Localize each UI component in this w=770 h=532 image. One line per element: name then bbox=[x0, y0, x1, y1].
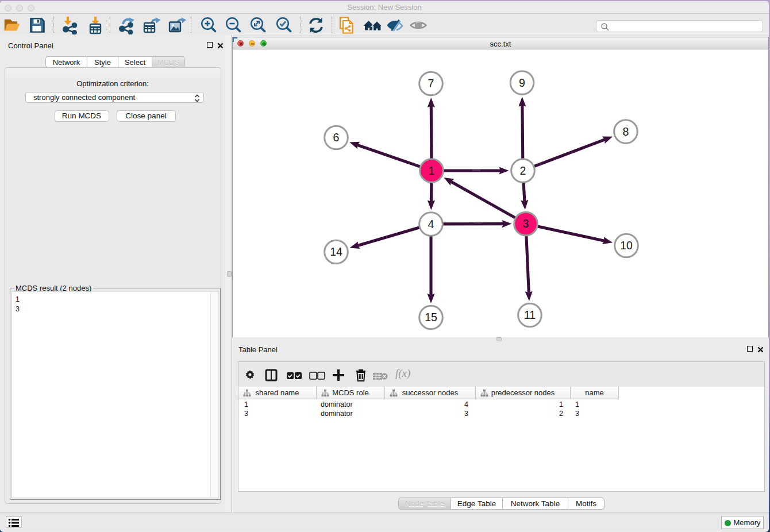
svg-text:2: 2 bbox=[520, 164, 526, 177]
svg-text:4: 4 bbox=[428, 218, 434, 230]
svg-text:6: 6 bbox=[333, 131, 340, 144]
svg-text:8: 8 bbox=[623, 125, 629, 138]
svg-text:7: 7 bbox=[428, 77, 434, 90]
svg-text:14: 14 bbox=[330, 245, 342, 258]
svg-text:11: 11 bbox=[524, 309, 536, 321]
svg-text:3: 3 bbox=[523, 217, 529, 230]
svg-text:15: 15 bbox=[425, 311, 437, 323]
svg-text:10: 10 bbox=[620, 239, 633, 252]
svg-text:1: 1 bbox=[429, 164, 435, 177]
svg-text:9: 9 bbox=[519, 76, 525, 89]
